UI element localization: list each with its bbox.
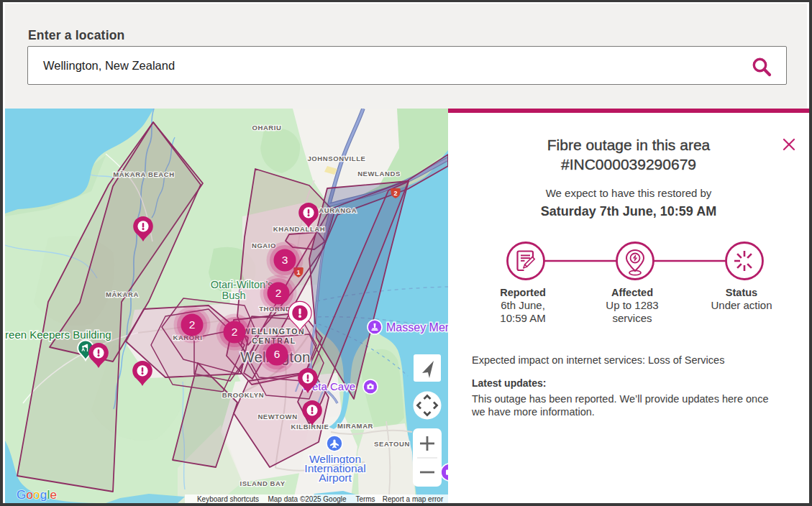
svg-text:OHARIU: OHARIU [252, 124, 281, 132]
svg-text:Green Keepers Building: Green Keepers Building [5, 328, 111, 341]
svg-text:MIRAMAR: MIRAMAR [337, 422, 373, 430]
svg-text:6: 6 [274, 348, 280, 360]
svg-text:KHANDALLAH: KHANDALLAH [273, 225, 326, 233]
svg-text:Report a map error: Report a map error [383, 495, 444, 503]
svg-text:Massey Memorial: Massey Memorial [386, 321, 448, 334]
svg-text:Airport: Airport [319, 472, 352, 484]
svg-text:MĀKARA BEACH: MĀKARA BEACH [113, 170, 174, 178]
svg-text:2: 2 [393, 190, 397, 197]
svg-text:NEWTOWN: NEWTOWN [257, 413, 297, 420]
svg-text:BROOKLYN: BROOKLYN [222, 391, 264, 399]
svg-text:2: 2 [232, 326, 238, 338]
svg-text:2: 2 [275, 287, 282, 299]
svg-text:Keyboard shortcuts: Keyboard shortcuts [197, 495, 259, 503]
svg-text:NEWLANDS: NEWLANDS [357, 170, 401, 178]
svg-text:Bush: Bush [222, 290, 245, 301]
svg-text:Terms: Terms [355, 495, 375, 503]
svg-text:MĀKARA: MĀKARA [106, 290, 139, 298]
svg-text:ISLAND BAY: ISLAND BAY [240, 479, 285, 487]
svg-text:Map data ©2025 Google: Map data ©2025 Google [268, 495, 347, 503]
svg-text:2: 2 [189, 318, 196, 331]
svg-text:JOHNSONVILLE: JOHNSONVILLE [307, 155, 365, 162]
svg-text:3: 3 [282, 254, 288, 266]
svg-text:KILBIRNIE: KILBIRNIE [291, 423, 329, 431]
svg-text:Google: Google [17, 488, 57, 502]
svg-text:SEATOUN: SEATOUN [374, 440, 410, 448]
